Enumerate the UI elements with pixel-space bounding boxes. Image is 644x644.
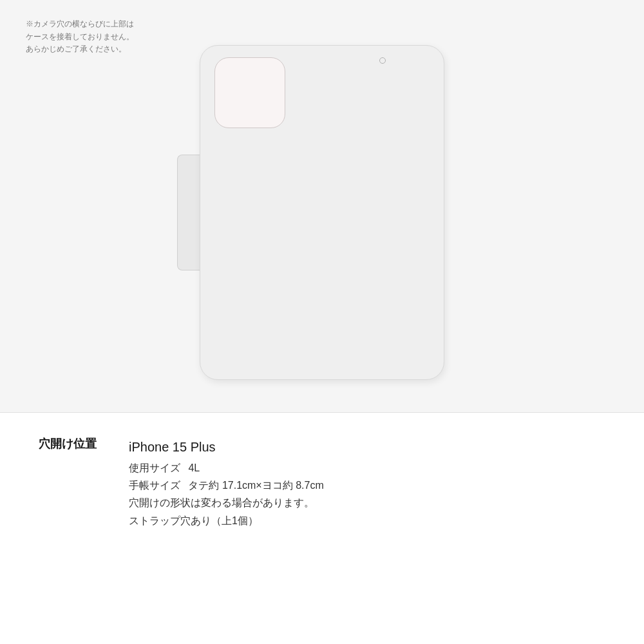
hole-position-label: 穴開け位置 (39, 436, 129, 451)
case-band (177, 155, 203, 270)
strap-line: ストラップ穴あり（上1個） (129, 512, 324, 529)
info-table: 穴開け位置 iPhone 15 Plus 使用サイズ 4L 手帳サイズ タテ約 … (39, 432, 605, 533)
strap-hole (379, 57, 386, 64)
case-body (200, 45, 444, 380)
model-name: iPhone 15 Plus (129, 436, 324, 458)
camera-cutout (214, 57, 285, 128)
notebook-size-value: タテ約 17.1cm×ヨコ約 8.7cm (188, 480, 323, 491)
case-wrapper (200, 45, 444, 380)
notebook-size-line: 手帳サイズ タテ約 17.1cm×ヨコ約 8.7cm (129, 477, 324, 494)
size-value: 4L (188, 462, 200, 473)
notebook-size-label: 手帳サイズ (129, 480, 180, 491)
info-content-model: iPhone 15 Plus 使用サイズ 4L 手帳サイズ タテ約 17.1cm… (129, 436, 324, 529)
page-container: ※カメラ穴の横ならびに上部は ケースを接着しておりません。 あらかじめご了承くだ… (0, 0, 644, 644)
info-row-model: 穴開け位置 iPhone 15 Plus 使用サイズ 4L 手帳サイズ タテ約 … (39, 432, 605, 533)
size-line: 使用サイズ 4L (129, 459, 324, 477)
case-illustration: ※カメラ穴の横ならびに上部は ケースを接着しておりません。 あらかじめご了承くだ… (0, 0, 644, 412)
info-section: 穴開け位置 iPhone 15 Plus 使用サイズ 4L 手帳サイズ タテ約 … (0, 413, 644, 644)
camera-warning-text: ※カメラ穴の横ならびに上部は ケースを接着しておりません。 あらかじめご了承くだ… (26, 18, 134, 56)
size-label: 使用サイズ (129, 462, 180, 473)
hole-shape-line: 穴開けの形状は変わる場合があります。 (129, 494, 324, 511)
